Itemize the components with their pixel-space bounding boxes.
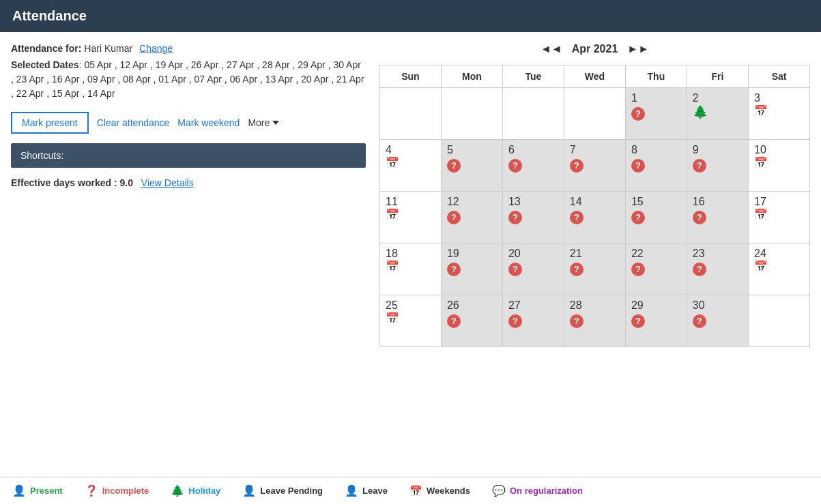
calendar-day-cell[interactable]: 8? (625, 140, 687, 192)
calendar-day-cell[interactable]: 19? (441, 243, 502, 295)
incomplete-question-icon: ? (508, 159, 522, 173)
incomplete-question-icon: ? (631, 263, 645, 276)
calendar-day-cell[interactable]: 5? (441, 140, 502, 192)
calendar-day-cell[interactable]: 15? (625, 192, 687, 243)
calendar-day-cell[interactable]: 18📅 (380, 243, 442, 295)
day-number: 26 (447, 299, 497, 312)
day-number: 10 (754, 144, 804, 156)
calendar-day-cell[interactable]: 22? (625, 243, 687, 295)
shortcuts-bar: Shortcuts: (11, 143, 366, 168)
day-number: 12 (447, 196, 497, 208)
shortcuts-label: Shortcuts: (20, 150, 63, 161)
attendance-for-label: Attendance for: (11, 43, 81, 54)
incomplete-question-icon: ? (508, 211, 522, 224)
calendar-day-cell[interactable]: 30? (687, 295, 748, 347)
mark-present-button[interactable]: Mark present (11, 112, 89, 134)
calendar-day-cell[interactable]: 25📅 (380, 295, 442, 347)
weekend-calendar-icon: 📅 (386, 312, 399, 324)
more-label: More (248, 117, 270, 128)
calendar-day-cell[interactable]: 16? (687, 192, 748, 243)
incomplete-question-icon: ? (447, 159, 461, 173)
incomplete-question-icon: ? (693, 263, 706, 276)
calendar-nav: ◄◄ Apr 2021 ►► (379, 43, 810, 55)
next-month-button[interactable]: ►► (627, 43, 649, 55)
calendar-day-cell[interactable]: 14? (564, 192, 625, 243)
day-number: 18 (386, 248, 435, 260)
day-number: 14 (570, 196, 620, 208)
calendar-day-cell[interactable]: 12? (441, 192, 502, 243)
incomplete-question-icon: ? (447, 211, 461, 224)
calendar-day-cell[interactable]: 1? (625, 88, 687, 140)
calendar-week-row: 1?2🌲3📅 (380, 88, 810, 140)
incomplete-question-icon: ? (570, 314, 584, 328)
calendar-day-cell (441, 88, 502, 140)
calendar-table: SunMonTueWedThuFriSat 1?2🌲3📅4📅5?6?7?8?9?… (379, 65, 810, 347)
calendar-day-cell[interactable]: 21? (564, 243, 625, 295)
day-number: 20 (508, 248, 558, 260)
day-number: 16 (693, 196, 743, 208)
weekend-calendar-icon: 📅 (754, 157, 768, 168)
page-header: Attendance (0, 0, 821, 32)
employee-name: Hari Kumar (84, 43, 132, 54)
calendar-day-cell (749, 295, 810, 347)
incomplete-question-icon: ? (631, 107, 645, 121)
calendar-week-row: 18📅19?20?21?22?23?24📅 (380, 243, 810, 295)
calendar-day-cell[interactable]: 26? (441, 295, 502, 347)
calendar-day-cell[interactable]: 13? (502, 192, 564, 243)
calendar-day-header: Sun (380, 65, 442, 88)
calendar-day-header: Wed (564, 65, 625, 88)
calendar-day-cell[interactable]: 29? (625, 295, 687, 347)
calendar-day-cell[interactable]: 27? (502, 295, 564, 347)
calendar-week-row: 4📅5?6?7?8?9?10📅 (380, 140, 810, 192)
mark-weekend-button[interactable]: Mark weekend (177, 117, 240, 128)
incomplete-question-icon: ? (447, 314, 461, 328)
left-panel: Attendance for: Hari Kumar Change Select… (11, 43, 366, 347)
day-number: 22 (631, 248, 681, 260)
more-dropdown-button[interactable]: More (248, 117, 279, 128)
day-number: 23 (693, 248, 743, 260)
day-number: 19 (447, 248, 497, 260)
day-number: 3 (754, 92, 804, 104)
chevron-down-icon (272, 121, 279, 125)
calendar-day-cell[interactable]: 17📅 (749, 192, 810, 243)
calendar-day-cell[interactable]: 4📅 (380, 140, 442, 192)
calendar-day-cell[interactable]: 28? (564, 295, 625, 347)
weekend-calendar-icon: 📅 (386, 261, 399, 272)
day-number: 24 (754, 248, 804, 260)
calendar-day-cell[interactable]: 10📅 (749, 140, 810, 192)
action-buttons: Mark present Clear attendance Mark weeke… (11, 112, 366, 134)
incomplete-question-icon: ? (693, 159, 706, 173)
calendar-day-header: Fri (687, 65, 748, 88)
incomplete-question-icon: ? (570, 159, 584, 173)
incomplete-question-icon: ? (631, 314, 645, 328)
main-content: Attendance for: Hari Kumar Change Select… (0, 32, 821, 358)
day-number: 30 (693, 299, 743, 312)
calendar-day-cell[interactable]: 7? (564, 140, 625, 192)
calendar-day-cell (564, 88, 625, 140)
incomplete-question-icon: ? (693, 211, 706, 224)
calendar-header-row: SunMonTueWedThuFriSat (380, 65, 810, 88)
calendar-day-cell[interactable]: 2🌲 (687, 88, 748, 140)
calendar-day-cell[interactable]: 11📅 (380, 192, 442, 243)
day-number: 9 (693, 144, 743, 156)
view-details-link[interactable]: View Details (141, 177, 194, 188)
page-title: Attendance (12, 8, 87, 23)
clear-attendance-button[interactable]: Clear attendance (97, 117, 170, 128)
month-year-label: Apr 2021 (572, 43, 618, 55)
calendar-day-cell[interactable]: 20? (502, 243, 564, 295)
day-number: 28 (570, 299, 620, 312)
day-number: 2 (693, 92, 743, 104)
change-link[interactable]: Change (139, 43, 173, 54)
calendar-day-cell[interactable]: 23? (687, 243, 748, 295)
effective-days-label: Effective days worked : 9.0 (11, 177, 133, 188)
calendar-day-header: Mon (441, 65, 502, 88)
incomplete-question-icon: ? (508, 263, 522, 276)
calendar-day-cell[interactable]: 3📅 (749, 88, 810, 140)
calendar-day-cell[interactable]: 6? (502, 140, 564, 192)
day-number: 27 (508, 299, 558, 312)
prev-month-button[interactable]: ◄◄ (541, 43, 562, 55)
calendar-day-cell[interactable]: 24📅 (749, 243, 810, 295)
calendar-day-cell[interactable]: 9? (687, 140, 748, 192)
day-number: 8 (631, 144, 681, 156)
day-number: 5 (447, 144, 497, 156)
